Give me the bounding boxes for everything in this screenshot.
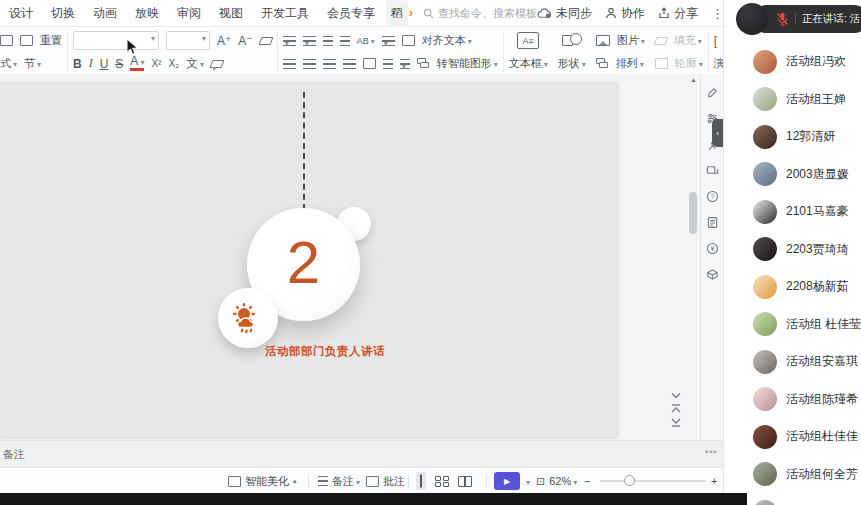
shapes-icon[interactable] (562, 33, 582, 48)
comment-button[interactable]: 批注 (366, 468, 405, 494)
text-direction-button[interactable]: AB (357, 36, 375, 46)
smart-graphic-icon[interactable] (417, 58, 430, 69)
textbox-button[interactable]: 文本框 (509, 56, 548, 71)
participant-row[interactable]: 活动组王婵 (724, 81, 861, 119)
menu-tab[interactable]: 放映 (126, 0, 168, 26)
picture-icon[interactable] (596, 35, 610, 46)
justify-icon[interactable] (343, 59, 356, 69)
arrange-icon[interactable] (596, 58, 609, 69)
italic-button[interactable]: I (89, 56, 93, 71)
slide-canvas[interactable]: 2 活动部部门负责人讲话 (0, 82, 617, 437)
align-text-button[interactable]: 对齐文本 (422, 33, 472, 48)
participant-row[interactable]: 12郭清妍 (724, 118, 861, 156)
share-button[interactable]: 分享 (658, 5, 698, 22)
participant-row[interactable]: 2101马嘉豪 (724, 193, 861, 231)
smart-graphic-button[interactable]: 转智能图形 (437, 56, 498, 71)
sync-status[interactable]: 未同步 (537, 5, 592, 22)
bullet-list-icon[interactable] (283, 36, 296, 46)
vertical-scrollbar[interactable] (687, 74, 699, 440)
layout-button[interactable]: 式 (0, 56, 17, 71)
font-family-select[interactable] (73, 31, 159, 50)
chevron-down-icon[interactable] (671, 392, 681, 399)
strikethrough-button[interactable]: S (115, 57, 123, 71)
transition-rail-icon[interactable] (706, 164, 719, 177)
font-color-button[interactable]: A (130, 56, 144, 71)
clear-format-icon[interactable] (258, 37, 273, 45)
menu-tab[interactable]: 视图 (210, 0, 252, 26)
line-spacing-icon[interactable] (383, 59, 393, 69)
paragraph-spacing-icon[interactable] (400, 59, 410, 69)
participant-row[interactable]: 活动组杜佳佳 (724, 418, 861, 456)
increase-indent-icon[interactable] (340, 36, 350, 46)
align-center-icon[interactable] (303, 59, 316, 69)
menu-tab[interactable]: 审阅 (168, 0, 210, 26)
smart-beautify-button[interactable]: 智能美化 ▴ (228, 468, 297, 494)
decrease-font-button[interactable]: A⁻ (238, 34, 252, 48)
help-rail-icon[interactable]: ? (706, 190, 719, 203)
notes-bar[interactable]: 备注 (0, 440, 723, 468)
slide-caption-text[interactable]: 活动部部门负责人讲话 (240, 344, 410, 359)
picture-button[interactable]: 图片 (617, 33, 645, 48)
zoom-slider-knob[interactable] (624, 475, 635, 486)
participant-row[interactable]: 2003唐显媛 (724, 156, 861, 194)
weather-badge-shape[interactable] (218, 288, 278, 348)
more-options-icon[interactable]: ••• (705, 447, 717, 457)
notes-toggle-button[interactable]: 备注 (318, 468, 360, 494)
reset-button[interactable]: 重置 (40, 33, 62, 48)
distribute-icon[interactable] (363, 58, 376, 69)
participant-row[interactable]: 2208杨新茹 (724, 268, 861, 306)
more-menu-icon[interactable]: ⋮ (711, 6, 723, 21)
participant-row[interactable]: 活动组 杜佳莹 (724, 306, 861, 344)
arrange-button[interactable]: 排列 (616, 56, 644, 71)
notes-rail-icon[interactable] (706, 216, 719, 229)
align-text-icon[interactable] (402, 35, 415, 46)
participant-row[interactable]: 活动组陈瑾希 (724, 381, 861, 419)
zoom-in-button[interactable]: + (711, 468, 717, 494)
decrease-indent-icon[interactable] (323, 36, 333, 46)
menu-tab[interactable]: 会员专享 (318, 0, 384, 26)
scrollbar-thumb[interactable] (689, 192, 697, 234)
zoom-out-button[interactable]: − (584, 468, 590, 494)
sidebar-collapse-handle[interactable]: ‹ (712, 119, 723, 147)
tab-docer[interactable]: 稻 (386, 0, 408, 28)
textbox-icon[interactable]: A≡ (517, 32, 539, 49)
prev-slide-button[interactable] (671, 404, 681, 413)
superscript-button[interactable]: X² (151, 58, 161, 69)
font-size-select[interactable] (166, 31, 210, 50)
play-slideshow-button[interactable]: ▶ (494, 472, 520, 490)
next-slide-button[interactable] (671, 418, 681, 427)
subscript-button[interactable]: X₂ (168, 58, 179, 69)
slide-sorter-view-button[interactable] (435, 476, 449, 487)
docer-expand-icon[interactable]: › (409, 6, 413, 20)
bold-button[interactable]: B (73, 57, 82, 71)
template-box-rail-icon[interactable] (706, 268, 719, 281)
participant-row[interactable]: 活动组冯欢 (724, 43, 861, 81)
highlighter-icon[interactable] (210, 60, 225, 68)
zoom-value[interactable]: 62% (549, 475, 577, 487)
pen-rail-icon[interactable] (706, 86, 719, 99)
text-effect-button[interactable]: 文 (186, 55, 204, 72)
slide-layout-icon[interactable] (0, 35, 13, 46)
sort-icon[interactable] (382, 36, 395, 46)
zoom-slider[interactable] (600, 480, 706, 482)
collaborate-button[interactable]: 协作 (605, 5, 645, 22)
underline-button[interactable]: U (100, 57, 109, 71)
participant-row[interactable]: 活动组何全芳 (724, 456, 861, 494)
menu-tab[interactable]: 切换 (42, 0, 84, 26)
shapes-button[interactable]: 形状 (558, 56, 586, 71)
participant-row[interactable]: 活动组安嘉琪 (724, 343, 861, 381)
align-left-icon[interactable] (283, 59, 296, 69)
menu-tab[interactable]: 设计 (0, 0, 42, 26)
increase-font-button[interactable]: A⁺ (217, 34, 231, 48)
coin-rail-icon[interactable]: ¥ (706, 242, 719, 255)
align-right-icon[interactable] (323, 59, 336, 69)
menu-tab[interactable]: 开发工具 (252, 0, 318, 26)
present-button[interactable]: 演示 (714, 56, 723, 71)
numbered-list-icon[interactable] (303, 36, 316, 46)
play-options-caret[interactable] (524, 475, 530, 487)
hanging-dashed-line[interactable] (303, 92, 305, 210)
reset-icon[interactable] (20, 35, 33, 46)
reading-view-button[interactable] (458, 476, 472, 487)
command-search[interactable]: 查找命令、搜索模板 (423, 6, 537, 21)
participant-row[interactable]: 2203贾琦琦 (724, 231, 861, 269)
